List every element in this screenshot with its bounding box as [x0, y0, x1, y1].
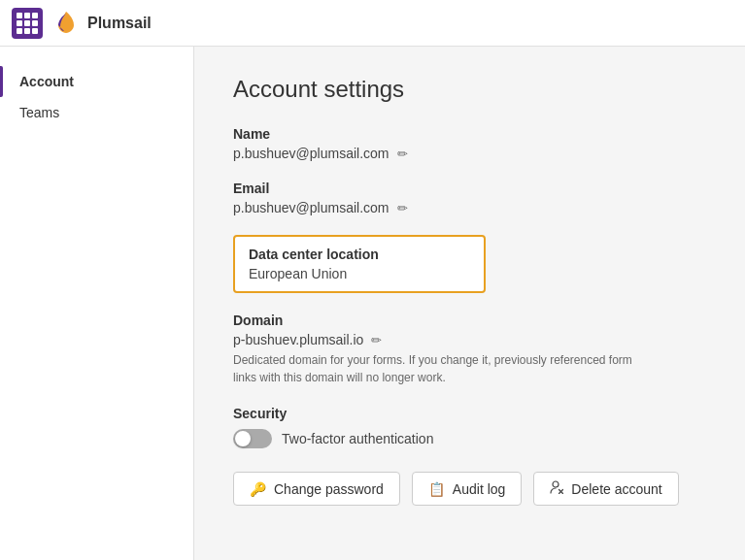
sidebar-item-teams[interactable]: Teams	[0, 97, 193, 128]
content-area: Account settings Name p.bushuev@plumsail…	[194, 47, 745, 560]
clipboard-icon: 📋	[428, 481, 445, 497]
sidebar-item-account-label: Account	[19, 74, 74, 89]
email-value-row: p.bushuev@plumsail.com ✏	[233, 200, 706, 215]
delete-account-label: Delete account	[571, 481, 661, 497]
sidebar-item-account[interactable]: Account	[0, 66, 193, 97]
name-label: Name	[233, 126, 706, 142]
email-value: p.bushuev@plumsail.com	[233, 200, 389, 215]
twofa-row: Two-factor authentication	[233, 429, 706, 448]
data-center-label: Data center location	[249, 247, 470, 262]
domain-value-row: p-bushuev.plumsail.io ✏	[233, 332, 706, 347]
topbar: Plumsail	[0, 0, 745, 47]
person-x-icon	[550, 480, 563, 497]
security-section: Security Two-factor authentication	[233, 406, 706, 448]
data-center-setting: Data center location European Union	[233, 235, 486, 293]
domain-setting: Domain p-bushuev.plumsail.io ✏ Dedicated…	[233, 313, 706, 386]
twofa-label: Two-factor authentication	[282, 431, 433, 446]
audit-log-label: Audit log	[453, 481, 505, 497]
name-setting: Name p.bushuev@plumsail.com ✏	[233, 126, 706, 161]
grid-icon	[13, 9, 42, 38]
plumsail-logo-icon	[52, 10, 80, 37]
domain-label: Domain	[233, 313, 706, 328]
name-edit-icon[interactable]: ✏	[397, 147, 408, 161]
toggle-thumb	[235, 431, 251, 446]
domain-value: p-bushuev.plumsail.io	[233, 332, 363, 347]
name-value-row: p.bushuev@plumsail.com ✏	[233, 146, 706, 161]
data-center-value: European Union	[249, 266, 470, 281]
key-icon: 🔑	[250, 481, 266, 497]
delete-account-button[interactable]: Delete account	[533, 472, 678, 506]
audit-log-button[interactable]: 📋 Audit log	[412, 472, 522, 506]
sidebar: Account Teams	[0, 47, 194, 560]
action-buttons: 🔑 Change password 📋 Audit log Delete acc…	[233, 472, 706, 506]
page-title: Account settings	[233, 76, 706, 103]
change-password-label: Change password	[274, 481, 384, 497]
email-label: Email	[233, 181, 706, 196]
name-value: p.bushuev@plumsail.com	[233, 146, 389, 161]
domain-edit-icon[interactable]: ✏	[371, 333, 382, 347]
logo: Plumsail	[52, 10, 152, 37]
apps-menu-button[interactable]	[12, 8, 43, 39]
email-edit-icon[interactable]: ✏	[397, 201, 408, 215]
app-name: Plumsail	[87, 15, 152, 32]
sidebar-item-teams-label: Teams	[19, 105, 59, 120]
main-layout: Account Teams Account settings Name p.bu…	[0, 47, 745, 560]
change-password-button[interactable]: 🔑 Change password	[233, 472, 400, 506]
security-label: Security	[233, 406, 706, 421]
domain-description: Dedicated domain for your forms. If you …	[233, 351, 641, 386]
twofa-toggle[interactable]	[233, 429, 272, 448]
svg-point-0	[553, 481, 559, 487]
email-setting: Email p.bushuev@plumsail.com ✏	[233, 181, 706, 215]
